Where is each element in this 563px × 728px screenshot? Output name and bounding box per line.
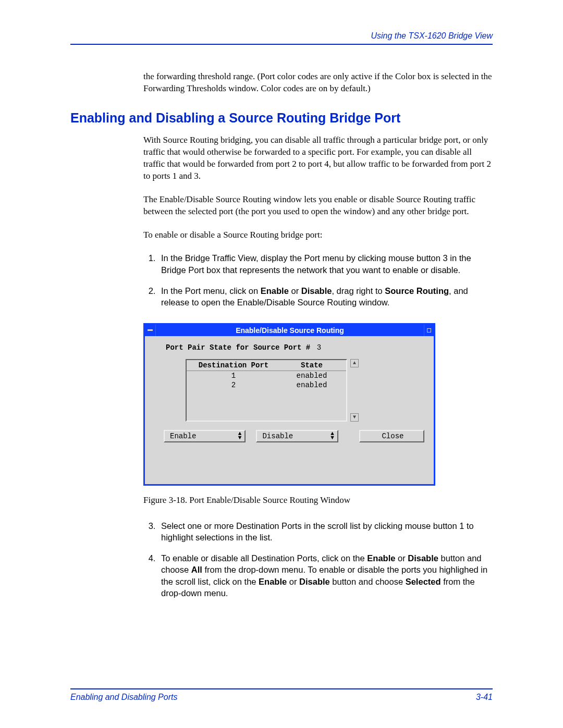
step-1: In the Bridge Traffic View, display the …	[158, 252, 493, 276]
body-paragraph-1: With Source Routing bridging, you can di…	[143, 134, 493, 182]
steps-list-b: Select one or more Destination Ports in …	[143, 520, 493, 599]
col-destination-port: Destination Port	[187, 361, 280, 369]
port-pair-number: 3	[317, 343, 321, 352]
col-state: State	[280, 361, 343, 369]
list-row[interactable]: 2 enabled	[187, 380, 346, 390]
system-menu-icon[interactable]	[145, 325, 156, 336]
scroll-up-icon[interactable]: ▲	[350, 359, 359, 367]
port-list[interactable]: Destination Port State 1 enabled 2 enabl…	[186, 359, 347, 422]
step-2-bold-disable: Disable	[301, 286, 332, 295]
steps-list-a: In the Bridge Traffic View, display the …	[143, 252, 493, 308]
step-4-bold-all: All	[191, 565, 202, 574]
dialog-window: Enable/Disable Source Routing Port Pair …	[143, 323, 435, 486]
maximize-icon[interactable]	[424, 325, 434, 336]
disable-button-label: Disable	[262, 432, 293, 440]
step-2: In the Port menu, click on Enable or Dis…	[158, 285, 493, 309]
footer-rule	[70, 688, 493, 689]
step-4-bold-selected: Selected	[406, 577, 441, 586]
step-2-bold-enable: Enable	[261, 286, 289, 295]
port-pair-label: Port Pair State for Source Port # 3	[166, 343, 424, 352]
intro-paragraph: the forwarding threshold range. (Port co…	[143, 71, 493, 95]
step-4-bold-disable-2: Disable	[299, 577, 330, 586]
enable-button-label: Enable	[170, 432, 196, 440]
figure-window: Enable/Disable Source Routing Port Pair …	[143, 323, 435, 486]
page-footer: Enabling and Disabling Ports 3-41	[70, 684, 493, 702]
step-3: Select one or more Destination Ports in …	[158, 520, 493, 544]
step-4-bold-disable: Disable	[408, 553, 438, 563]
step-4-bold-enable-2: Enable	[259, 577, 287, 586]
step-4: To enable or disable all Destination Por…	[158, 552, 493, 599]
disable-button[interactable]: Disable ▲▼	[256, 430, 338, 442]
window-title: Enable/Disable Source Routing	[156, 326, 424, 335]
updown-icon: ▲▼	[238, 432, 242, 440]
updown-icon: ▲▼	[331, 432, 334, 440]
step-2-bold-source-routing: Source Routing	[385, 286, 449, 295]
list-header: Destination Port State	[187, 360, 346, 371]
page-header-right: Using the TSX-1620 Bridge View	[70, 31, 493, 41]
footer-page-number: 3-41	[476, 693, 493, 702]
body-paragraph-2: The Enable/Disable Source Routing window…	[143, 194, 493, 218]
list-row[interactable]: 1 enabled	[187, 371, 346, 380]
body-paragraph-3: To enable or disable a Source Routing br…	[143, 229, 493, 241]
window-titlebar[interactable]: Enable/Disable Source Routing	[145, 325, 434, 336]
header-rule	[70, 44, 493, 45]
enable-button[interactable]: Enable ▲▼	[164, 430, 246, 442]
figure-caption: Figure 3-18. Port Enable/Disable Source …	[143, 495, 493, 505]
close-button[interactable]: Close	[359, 430, 424, 442]
section-heading: Enabling and Disabling a Source Routing …	[70, 110, 493, 126]
footer-left: Enabling and Disabling Ports	[70, 693, 177, 702]
scrollbar[interactable]: ▲ ▼	[350, 359, 360, 422]
scroll-down-icon[interactable]: ▼	[350, 413, 359, 422]
close-button-label: Close	[382, 432, 403, 440]
step-4-bold-enable: Enable	[367, 553, 395, 563]
step-2-text: In the Port menu, click on	[161, 286, 261, 295]
